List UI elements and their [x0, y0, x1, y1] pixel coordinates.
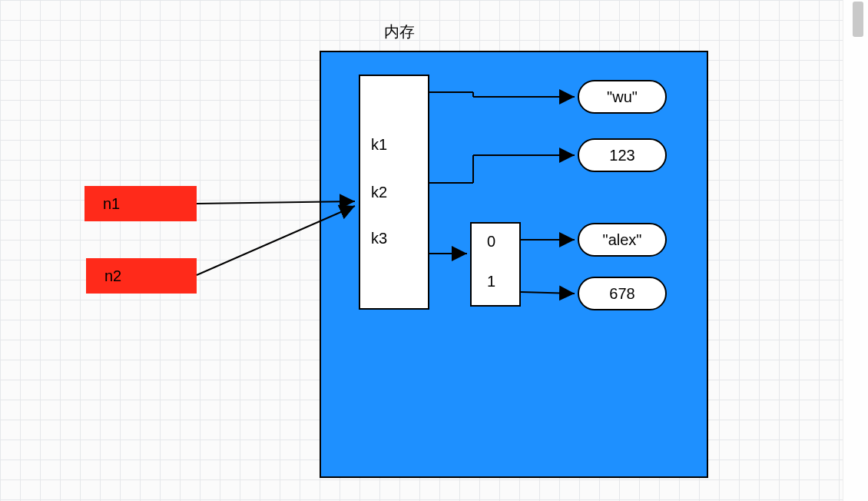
value-123-label: 123 [609, 147, 634, 164]
value-wu: "wu" [578, 80, 667, 114]
var-n1-label: n1 [103, 195, 120, 213]
list-index-1: 1 [487, 273, 495, 290]
var-n1: n1 [84, 186, 197, 221]
var-n2-label: n2 [104, 267, 121, 285]
dict-key-k1: k1 [371, 136, 387, 154]
value-wu-label: "wu" [607, 88, 638, 106]
list-index-0: 0 [487, 233, 495, 250]
value-123: 123 [578, 138, 667, 172]
value-678: 678 [578, 277, 667, 310]
diagram-stage: 内存 n1 n2 k1 k2 k3 0 1 "wu" 123 "alex" 67… [0, 0, 843, 501]
memory-title: 内存 [384, 22, 415, 42]
var-n2: n2 [86, 258, 197, 294]
side-panel [843, 0, 868, 501]
value-alex-label: "alex" [603, 231, 642, 249]
dict-key-k2: k2 [371, 184, 387, 201]
value-alex: "alex" [578, 223, 667, 257]
value-678-label: 678 [609, 285, 634, 303]
dict-key-k3: k3 [371, 230, 387, 247]
list-box: 0 1 [470, 222, 521, 307]
dict-box: k1 k2 k3 [359, 75, 429, 310]
scrollbar-thumb[interactable] [853, 2, 863, 37]
